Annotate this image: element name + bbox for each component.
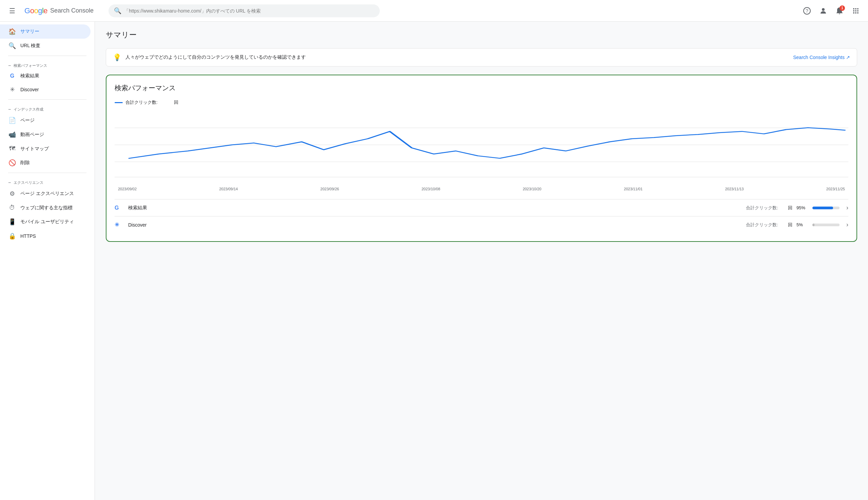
sidebar-label-url-inspect: URL 検査 <box>20 43 40 49</box>
x-label-5: 2023/11/01 <box>624 187 643 191</box>
logo: Google Google Search Console Search Cons… <box>24 7 94 15</box>
section-search-performance: 検索パフォーマンス <box>0 59 95 69</box>
performance-rows: G 検索結果 合計クリック数: 回 95% › ✳ Discover 合計クリッ… <box>115 199 848 233</box>
removal-icon: 🚫 <box>8 159 16 167</box>
https-icon: 🔒 <box>8 232 16 240</box>
notification-badge: 1 <box>840 5 845 11</box>
search-console-insights-link[interactable]: Search Console Insights ↗ <box>793 55 850 60</box>
divider-3 <box>8 173 86 173</box>
sidebar-label-web-vitals: ウェブに関する主な指標 <box>20 205 72 211</box>
sidebar-item-summary[interactable]: 🏠 サマリー <box>0 24 91 39</box>
chart-svg <box>115 111 848 179</box>
menu-button[interactable]: ☰ <box>5 4 19 18</box>
legend-line <box>115 102 123 103</box>
perf-row-1[interactable]: ✳ Discover 合計クリック数: 回 5% › <box>115 216 848 233</box>
perf-row-right-1: 合計クリック数: 回 5% › <box>746 221 848 228</box>
sidebar-item-removal[interactable]: 🚫 削除 <box>0 156 91 170</box>
section-index: インデックス作成 <box>0 102 95 113</box>
mobile-icon: 📱 <box>8 218 16 226</box>
sidebar-label-discover: Discover <box>20 87 39 92</box>
x-label-0: 2023/09/02 <box>118 187 137 191</box>
sidebar-item-pages[interactable]: 📄 ページ <box>0 113 91 127</box>
sidebar-item-discover[interactable]: ✳ Discover <box>0 82 91 97</box>
legend-value: 回 <box>174 99 178 105</box>
svg-point-7 <box>855 10 856 12</box>
svg-point-2 <box>822 8 825 11</box>
perf-row-0[interactable]: G 検索結果 合計クリック数: 回 95% › <box>115 199 848 216</box>
perf-pct-0: 95% <box>797 205 808 210</box>
help-icon: ? <box>803 7 811 15</box>
perf-value-0: 回 <box>782 205 792 211</box>
x-label-6: 2023/11/13 <box>725 187 743 191</box>
account-button[interactable] <box>817 4 830 18</box>
search-bar: 🔍 <box>108 4 380 17</box>
search-icon: 🔍 <box>114 7 121 14</box>
sitemap-icon: 🗺 <box>8 145 16 152</box>
pages-icon: 📄 <box>8 117 16 124</box>
svg-point-4 <box>855 8 856 10</box>
sidebar-label-summary: サマリー <box>20 29 39 35</box>
x-label-7: 2023/11/25 <box>826 187 845 191</box>
divider-1 <box>8 56 86 56</box>
sidebar-label-https: HTTPS <box>20 234 36 239</box>
page-title: サマリー <box>106 30 857 40</box>
web-vitals-icon: ⏱ <box>8 204 16 211</box>
home-icon: 🏠 <box>8 28 16 35</box>
apps-button[interactable] <box>849 4 863 18</box>
svg-point-6 <box>853 10 854 12</box>
sidebar-label-pages: ページ <box>20 117 35 124</box>
search-small-icon: 🔍 <box>8 42 16 49</box>
chart-legend: 合計クリック数: 回 <box>115 99 848 105</box>
x-label-3: 2023/10/08 <box>421 187 440 191</box>
external-link-icon: ↗ <box>846 55 850 60</box>
svg-point-10 <box>855 12 856 14</box>
performance-card: 検索パフォーマンス 合計クリック数: 回 2023/09/02 <box>106 75 857 242</box>
search-input[interactable] <box>124 8 374 14</box>
svg-point-5 <box>857 8 858 10</box>
perf-click-label-1: 合計クリック数: <box>746 222 778 228</box>
google-wordmark: Google <box>24 7 47 15</box>
topbar-right: ? 1 <box>800 4 863 18</box>
info-banner: 💡 人々がウェブでどのようにして自分のコンテンツを発見しているのかを確認できます… <box>106 48 857 67</box>
svg-point-3 <box>853 8 854 10</box>
perf-row-icon-0: G <box>115 205 123 211</box>
sidebar-label-removal: 削除 <box>20 160 30 166</box>
svg-text:?: ? <box>806 8 808 14</box>
svg-point-11 <box>857 12 858 14</box>
x-label-2: 2023/09/26 <box>321 187 339 191</box>
help-button[interactable]: ? <box>800 4 814 18</box>
info-banner-text: 人々がウェブでどのようにして自分のコンテンツを発見しているのかを確認できます <box>126 54 789 60</box>
main-content: サマリー 💡 人々がウェブでどのようにして自分のコンテンツを発見しているのかを確… <box>95 22 868 500</box>
perf-click-label-0: 合計クリック数: <box>746 205 778 211</box>
perf-row-icon-1: ✳ <box>115 221 123 228</box>
x-label-1: 2023/09/14 <box>219 187 238 191</box>
divider-2 <box>8 99 86 100</box>
notification-button[interactable]: 1 <box>833 4 846 18</box>
sidebar-item-sitemap[interactable]: 🗺 サイトマップ <box>0 142 91 156</box>
progress-bar-fill-1 <box>812 224 814 226</box>
topbar: ☰ Google Google Search Console Search Co… <box>0 0 868 22</box>
sidebar-item-https[interactable]: 🔒 HTTPS <box>0 229 91 243</box>
account-icon <box>819 7 827 15</box>
sidebar-item-url-inspect[interactable]: 🔍 URL 検査 <box>0 39 91 53</box>
sidebar-item-web-vitals[interactable]: ⏱ ウェブに関する主な指標 <box>0 201 91 215</box>
sidebar-label-video-pages: 動画ページ <box>20 132 44 138</box>
sidebar-item-page-experience[interactable]: ⚙ ページ エクスペリエンス <box>0 186 91 201</box>
page-experience-icon: ⚙ <box>8 190 16 197</box>
apps-icon <box>852 7 860 15</box>
perf-row-name-1: Discover <box>128 222 162 228</box>
sidebar-label-page-experience: ページ エクスペリエンス <box>20 191 74 197</box>
perf-row-right-0: 合計クリック数: 回 95% › <box>746 204 848 211</box>
video-icon: 📹 <box>8 131 16 138</box>
sidebar-item-search-results[interactable]: G 検索結果 <box>0 69 91 82</box>
performance-chart <box>115 111 848 179</box>
legend-label: 合計クリック数: <box>126 99 158 105</box>
search-bar-inner[interactable]: 🔍 <box>108 4 380 17</box>
sidebar-label-mobile-usability: モバイル ユーザビリティ <box>20 219 74 225</box>
progress-bar-fill-0 <box>812 207 833 209</box>
google-g-icon: G <box>8 73 16 79</box>
layout: 🏠 サマリー 🔍 URL 検査 検索パフォーマンス G 検索結果 ✳ Disco… <box>0 22 868 500</box>
progress-bar-1 <box>812 224 840 226</box>
sidebar-item-video-pages[interactable]: 📹 動画ページ <box>0 127 91 142</box>
sidebar-item-mobile-usability[interactable]: 📱 モバイル ユーザビリティ <box>0 215 91 229</box>
